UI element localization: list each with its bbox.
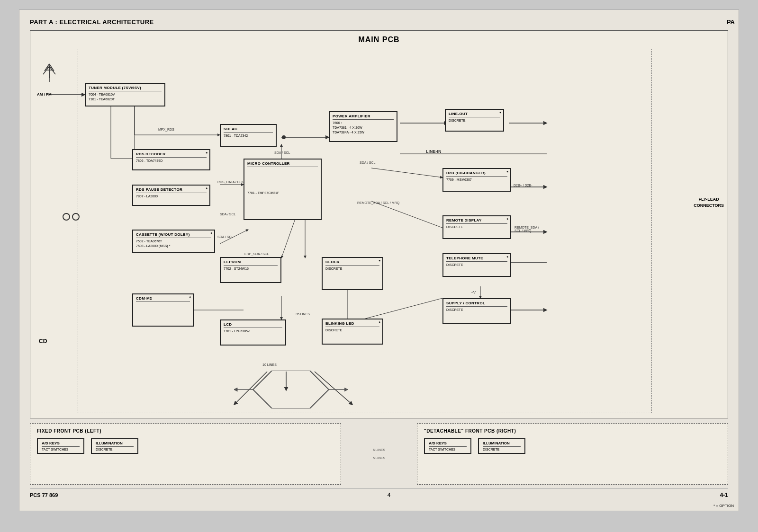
footer-center: 4 bbox=[388, 492, 391, 498]
lcd-title: LCD bbox=[224, 322, 282, 328]
blinking-led-block: * BLINKING LED DISCRETE bbox=[322, 319, 383, 345]
rds-decoder-title: RDS DECODER bbox=[136, 152, 207, 158]
blinking-led-title: BLINKING LED bbox=[325, 321, 379, 327]
footer-right: 4-1 bbox=[720, 492, 728, 498]
detachable-front-title: "DETACHABLE" FRONT PCB (RIGHT) bbox=[424, 428, 721, 434]
blinking-led-star: * bbox=[379, 320, 380, 325]
power-amp-title: POWER AMPLIFIER bbox=[333, 114, 394, 120]
remote-sda-label: REMOTE_SDA / SCL / MRQ bbox=[357, 201, 399, 204]
remote-display-title: REMOTE DISPLAY bbox=[446, 218, 507, 224]
lcd-content: 1701 - LPH6385-1 bbox=[224, 329, 282, 334]
detachable-front-pcb: "DETACHABLE" FRONT PCB (RIGHT) A/D KEYS … bbox=[417, 423, 728, 485]
fixed-illumination-block: ILLUMINATION DISCRETE bbox=[91, 438, 138, 454]
detach-illumination-content: DISCRETE bbox=[483, 448, 521, 451]
power-amp-content: 7600 :TDA7381 - 4 X 20WTDA7384A - 4 X 25… bbox=[333, 121, 394, 134]
d2b-star: * bbox=[506, 170, 508, 175]
tuner-block: TUNER MODULE (7SV/9SV) 7004 - TEA6810V71… bbox=[85, 83, 165, 106]
microcontroller-title: MICRO-CONTROLLER bbox=[247, 161, 318, 167]
fly-lead-label: FLY-LEADCONNECTORS bbox=[694, 196, 724, 208]
line-out-title: LINE-OUT bbox=[449, 112, 500, 117]
sofac-content: 7801 - TDA7342 bbox=[224, 133, 273, 138]
remote-display-content: DISCRETE bbox=[446, 225, 507, 230]
erp-sda-scl-label: ERP_SDA / SCL bbox=[244, 252, 269, 256]
fixed-front-title: FIXED FRONT PCB (LEFT) bbox=[37, 428, 334, 434]
clock-content: DISCRETE bbox=[325, 266, 379, 271]
remote-display-block: * REMOTE DISPLAY DISCRETE bbox=[442, 215, 511, 239]
circle-1 bbox=[63, 213, 70, 221]
mpx-rds-label: MPX_RDS bbox=[158, 128, 174, 131]
bottom-connector: 6 LINES 5 LINES bbox=[351, 423, 407, 485]
detach-ad-keys-title: A/D KEYS bbox=[429, 441, 467, 447]
line-out-block: * LINE-OUT DISCRETE bbox=[445, 109, 504, 132]
rds-decoder-block: * RDS DECODER 7806 - TDA7479D bbox=[132, 149, 210, 170]
fixed-front-pcb: FIXED FRONT PCB (LEFT) A/D KEYS TACT SWI… bbox=[30, 423, 341, 485]
cd-label: CD bbox=[39, 338, 47, 345]
fixed-illumination-title: ILLUMINATION bbox=[96, 441, 134, 447]
bottom-section: FIXED FRONT PCB (LEFT) A/D KEYS TACT SWI… bbox=[30, 423, 728, 485]
telephone-mute-block: * TELEPHONE MUTE DISCRETE bbox=[442, 253, 511, 277]
cassette-content: 7502 - TEA0676T7508 - LA2000 (MSS) * bbox=[136, 239, 211, 248]
microcontroller-content: 7701 - TMP87CM21F bbox=[247, 191, 318, 195]
detach-illumination-block: ILLUMINATION DISCRETE bbox=[478, 438, 525, 454]
page: PART A : ELECTRICAL ARCHITECTURE PA MAIN… bbox=[19, 9, 739, 511]
supply-control-block: SUPPLY / CONTROL DISCRETE bbox=[442, 298, 511, 324]
cassette-block: * CASSETTE (W/OUT DOLBY) 7502 - TEA0676T… bbox=[132, 230, 215, 253]
footer: PCS 77 869 4 4-1 bbox=[30, 488, 728, 501]
circle-2 bbox=[72, 213, 80, 221]
tuner-title: TUNER MODULE (7SV/9SV) bbox=[89, 86, 162, 91]
cdm-m2-block: * CDM-M2 bbox=[132, 293, 194, 327]
sofac-block: SOFAC 7801 - TDA7342 bbox=[220, 124, 277, 147]
remote-display-star: * bbox=[506, 217, 508, 222]
sofac-title: SOFAC bbox=[224, 127, 273, 133]
cdm-m2-star: * bbox=[189, 295, 191, 300]
sda-scl-label: SDA / SCL bbox=[274, 151, 290, 154]
d2b-content: 7709 - MSM6307 bbox=[446, 177, 507, 182]
d2b-conn-label: D2B+ / D2B- bbox=[514, 184, 532, 187]
diagram-area: MAIN PCB bbox=[30, 30, 728, 418]
tuner-content: 7004 - TEA6810V7101 - TEA6820T bbox=[89, 92, 162, 102]
detach-illumination-title: ILLUMINATION bbox=[483, 441, 521, 447]
option-note: * = OPTION bbox=[713, 504, 734, 508]
cassette-title: CASSETTE (W/OUT DOLBY) bbox=[136, 232, 211, 238]
line-out-star: * bbox=[499, 111, 501, 115]
antenna-symbol bbox=[42, 59, 56, 85]
d2b-title: D2B (CD-CHANGER) bbox=[446, 171, 507, 177]
6-lines-label: 6 LINES bbox=[373, 448, 385, 452]
page-title: PART A : ELECTRICAL ARCHITECTURE bbox=[30, 18, 728, 26]
rds-data-clk-label: RDS_DATA / CLK bbox=[217, 180, 244, 184]
main-pcb-label: MAIN PCB bbox=[358, 35, 399, 44]
microcontroller-block: MICRO-CONTROLLER 7701 - TMP87CM21F bbox=[244, 159, 322, 220]
detach-ad-keys-block: A/D KEYS TACT SWITCHES bbox=[424, 438, 471, 454]
rds-pause-title: RDS-PAUSE DETECTOR bbox=[136, 187, 207, 193]
clock-title: CLOCK bbox=[325, 260, 379, 266]
footer-left: PCS 77 869 bbox=[30, 492, 58, 498]
blinking-led-content: DISCRETE bbox=[325, 328, 379, 333]
bottom-arrows bbox=[234, 371, 348, 408]
detachable-front-blocks: A/D KEYS TACT SWITCHES ILLUMINATION DISC… bbox=[424, 438, 721, 454]
plus-v-label: +V bbox=[471, 290, 476, 294]
cdm-m2-title: CDM-M2 bbox=[136, 296, 190, 302]
35-lines-label: 35 LINES bbox=[296, 312, 310, 316]
eeprom-block: EEPROM 7702 - ST24W16 bbox=[220, 257, 281, 283]
telephone-mute-title: TELEPHONE MUTE bbox=[446, 256, 507, 262]
fixed-ad-keys-title: A/D KEYS bbox=[42, 441, 80, 447]
remote-sda-conn-label: REMOTE_SDA /SCL / MRQ bbox=[514, 226, 539, 232]
am-fm-label: AM / FM bbox=[37, 92, 52, 97]
fixed-illumination-content: DISCRETE bbox=[96, 448, 134, 451]
rds-pause-block: * RDS-PAUSE DETECTOR 7807 - LA2000 bbox=[132, 185, 210, 206]
cassette-circles bbox=[63, 213, 80, 221]
clock-block: * CLOCK DISCRETE bbox=[322, 257, 383, 290]
lcd-block: LCD 1701 - LPH6385-1 bbox=[220, 319, 286, 346]
power-amp-block: POWER AMPLIFIER 7600 :TDA7381 - 4 X 20WT… bbox=[329, 111, 397, 142]
clock-star: * bbox=[379, 259, 380, 264]
eeprom-title: EEPROM bbox=[224, 260, 278, 266]
rds-pause-content: 7807 - LA2000 bbox=[136, 194, 207, 199]
10-lines-label: 10 LINES bbox=[262, 363, 277, 366]
fixed-ad-keys-block: A/D KEYS TACT SWITCHES bbox=[37, 438, 84, 454]
rds-pause-star: * bbox=[206, 186, 208, 191]
sda-scl-d2b-label: SDA / SCL bbox=[360, 161, 375, 164]
rds-decoder-star: * bbox=[206, 151, 208, 156]
telephone-mute-content: DISCRETE bbox=[446, 263, 507, 267]
fixed-ad-keys-content: TACT SWITCHES bbox=[42, 448, 80, 451]
d2b-block: * D2B (CD-CHANGER) 7709 - MSM6307 bbox=[442, 168, 511, 192]
